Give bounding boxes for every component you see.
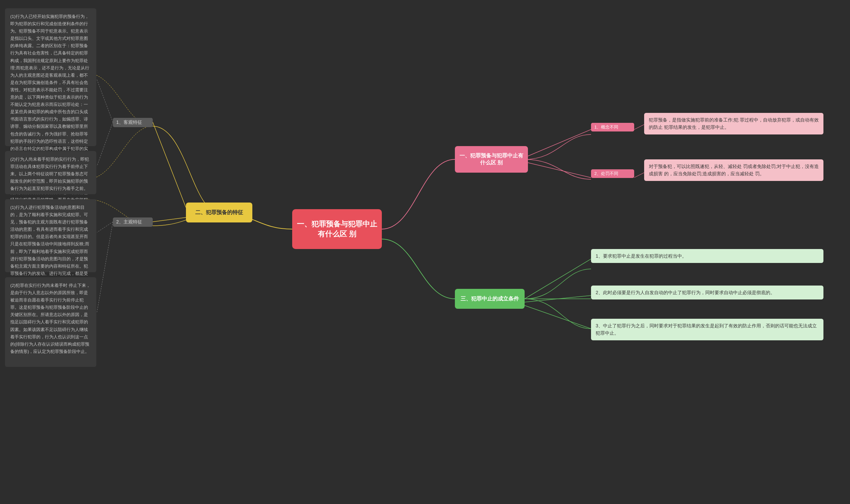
leaf-condition-3: 3、中止了犯罪行为之后，同时要求对于犯罪结果的发生是起到了有效的防止作用，否则的…	[591, 319, 824, 340]
svg-line-5	[153, 217, 186, 222]
branch-top-right: 一、犯罪预备与犯罪中止有什么区 别	[455, 146, 528, 173]
textbox-objective-1: (1)行为人已经开始实施犯罪的预备行为，即为犯罪的实行和完成创造便利条件的行为。…	[5, 8, 96, 146]
svg-line-0	[528, 129, 591, 156]
svg-line-7	[525, 295, 591, 302]
svg-line-3	[634, 173, 644, 178]
svg-line-9	[97, 80, 113, 122]
mindmap-container: 一、犯罪预备与犯罪中止有什么区 别 一、犯罪预备与犯罪中止有什么区 别 1、概念…	[0, 0, 850, 504]
svg-line-8	[525, 305, 591, 329]
sub-label-objective: 1、客观特征	[113, 118, 153, 127]
leaf-condition-2: 2、此时必须要是行为人自发自动的中止了犯罪行为，同时要求自动中止必须是彻底的。	[591, 286, 824, 300]
svg-line-2	[634, 125, 644, 129]
branch-bottom-right: 三、犯罪中止的成立条件	[455, 289, 525, 309]
central-label: 一、犯罪预备与犯罪中止有什么区 别	[295, 219, 379, 239]
svg-line-12	[97, 222, 113, 312]
svg-line-10	[97, 122, 113, 166]
leaf-concept: 犯罪预备，是指做实施犯罪前的准备工作;犯 罪过程中，自动放弃犯罪，或自动有效的防…	[644, 113, 824, 134]
branch-left: 二、犯罪预备的特征	[186, 202, 252, 222]
sub-label-subjective: 2、主观特征	[113, 217, 153, 227]
central-node: 一、犯罪预备与犯罪中止有什么区 别	[292, 209, 382, 249]
leaf-condition-1: 1、要求犯罪中止是发生在犯罪的过程当中。	[591, 249, 824, 263]
svg-line-6	[525, 259, 591, 299]
sub-label-concept: 1、概念不同	[591, 123, 634, 131]
sub-label-punishment: 2、处罚不同	[591, 169, 634, 178]
leaf-punishment: 对于预备犯，可以比照既遂犯，从轻、减轻处 罚或者免除处罚;对于中止犯，没有造成损…	[644, 159, 824, 181]
svg-line-1	[528, 163, 591, 178]
svg-line-4	[153, 122, 186, 208]
svg-line-11	[97, 222, 113, 232]
textbox-subjective-1: (1)行为人进行犯罪预备活动的意图和目的，是为了顺利着手实施和完成犯罪。可见，预…	[5, 199, 96, 272]
textbox-subjective-2: (2)犯罪在实行行为尚未着手时 停止下来，是由于行为人意志以外的原因所致，即是被…	[5, 277, 96, 367]
textbox-objective-2: (2)行为人尚未着手犯罪的实行行为，即犯罪活动在具体犯罪实行行为着手前停止下来。…	[5, 151, 96, 194]
